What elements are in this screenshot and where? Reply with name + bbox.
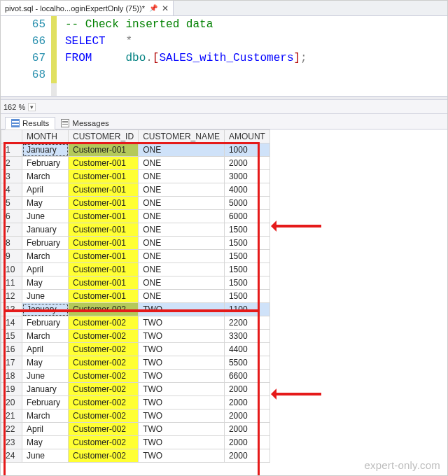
cell-customer-id: Customer-002 xyxy=(69,436,139,449)
table-row[interactable]: 18JuneCustomer-002TWO6600 xyxy=(1,370,270,383)
pin-icon[interactable]: 📌 xyxy=(149,4,158,12)
cell-customer-name: ONE xyxy=(139,170,225,183)
cell-month: February xyxy=(22,157,69,170)
close-icon[interactable]: ✕ xyxy=(162,4,169,13)
cell-month: February xyxy=(22,316,69,330)
cell-month: April xyxy=(22,263,69,276)
table-row[interactable]: 14FebruaryCustomer-002TWO2200 xyxy=(1,316,270,330)
table-row[interactable]: 23MayCustomer-002TWO2000 xyxy=(1,436,270,449)
cell-amount: 5000 xyxy=(224,197,270,210)
cell-month: January xyxy=(22,303,69,316)
cell-amount: 2200 xyxy=(224,316,270,330)
cell-customer-id: Customer-001 xyxy=(69,183,139,197)
cell-customer-id: Customer-001 xyxy=(69,157,139,170)
cell-month: March xyxy=(22,170,69,183)
table-row[interactable]: 6JuneCustomer-001ONE6000 xyxy=(1,210,270,223)
cell-rownum: 18 xyxy=(1,370,22,383)
cell-customer-id: Customer-002 xyxy=(69,343,139,356)
cell-rownum: 1 xyxy=(1,144,22,157)
cell-month: June xyxy=(22,449,69,463)
cell-rownum: 9 xyxy=(1,250,22,263)
table-row[interactable]: 4AprilCustomer-001ONE4000 xyxy=(1,183,270,197)
col-month[interactable]: MONTH xyxy=(22,130,69,144)
cell-amount: 5500 xyxy=(224,356,270,370)
col-customer-id[interactable]: CUSTOMER_ID xyxy=(69,130,139,144)
cell-customer-name: TWO xyxy=(139,370,225,383)
cell-rownum: 17 xyxy=(1,356,22,370)
cell-customer-name: TWO xyxy=(139,423,225,436)
cell-rownum: 2 xyxy=(1,157,22,170)
zoom-dropdown-icon[interactable]: ▾ xyxy=(28,103,36,111)
cell-customer-id: Customer-002 xyxy=(69,316,139,330)
table-row[interactable]: 15MarchCustomer-002TWO3300 xyxy=(1,330,270,343)
tab-messages-label: Messages xyxy=(72,119,108,127)
tab-messages[interactable]: Messages xyxy=(55,118,114,129)
table-row[interactable]: 22AprilCustomer-002TWO2000 xyxy=(1,423,270,436)
cell-month: May xyxy=(22,356,69,370)
col-customer-name[interactable]: CUSTOMER_NAME xyxy=(139,130,225,144)
cell-customer-name: TWO xyxy=(139,330,225,343)
table-row[interactable]: 3MarchCustomer-001ONE3000 xyxy=(1,170,270,183)
results-grid[interactable]: MONTH CUSTOMER_ID CUSTOMER_NAME AMOUNT 1… xyxy=(1,130,270,463)
line-number: 66 xyxy=(1,33,47,50)
table-row[interactable]: 5MayCustomer-001ONE5000 xyxy=(1,197,270,210)
results-grid-wrap: MONTH CUSTOMER_ID CUSTOMER_NAME AMOUNT 1… xyxy=(1,130,447,475)
table-row[interactable]: 9MarchCustomer-001ONE1500 xyxy=(1,250,270,263)
col-amount[interactable]: AMOUNT xyxy=(224,130,270,144)
cell-amount: 3300 xyxy=(224,330,270,343)
table-row[interactable]: 24JuneCustomer-002TWO2000 xyxy=(1,449,270,463)
cell-amount: 1500 xyxy=(224,237,270,250)
table-row[interactable]: 20FebruaryCustomer-002TWO2000 xyxy=(1,396,270,410)
file-tab[interactable]: pivot.sql - localho...oginExpertOnly (75… xyxy=(1,1,174,15)
cell-rownum: 3 xyxy=(1,170,22,183)
cell-amount: 1000 xyxy=(224,144,270,157)
cell-month: June xyxy=(22,290,69,303)
table-row[interactable]: 17MayCustomer-002TWO5500 xyxy=(1,356,270,370)
table-row[interactable]: 12JuneCustomer-001ONE1500 xyxy=(1,290,270,303)
cell-customer-id: Customer-001 xyxy=(69,144,139,157)
cell-customer-name: ONE xyxy=(139,223,225,237)
table-row[interactable]: 21MarchCustomer-002TWO2000 xyxy=(1,410,270,423)
cell-amount: 2000 xyxy=(224,423,270,436)
cell-amount: 2000 xyxy=(224,396,270,410)
sql-editor[interactable]: 65 66 67 68 -- Check inserted data SELEC… xyxy=(1,16,447,96)
table-row[interactable]: 19JanuaryCustomer-002TWO2000 xyxy=(1,383,270,396)
cell-customer-id: Customer-002 xyxy=(69,410,139,423)
table-row[interactable]: 1JanuaryCustomer-001ONE1000 xyxy=(1,144,270,157)
cell-customer-id: Customer-002 xyxy=(69,449,139,463)
cell-rownum: 16 xyxy=(1,343,22,356)
cell-rownum: 23 xyxy=(1,436,22,449)
cell-month: March xyxy=(22,250,69,263)
cell-customer-name: TWO xyxy=(139,316,225,330)
table-row[interactable]: 16AprilCustomer-002TWO4400 xyxy=(1,343,270,356)
cell-month: May xyxy=(22,436,69,449)
cell-customer-name: TWO xyxy=(139,356,225,370)
cell-rownum: 8 xyxy=(1,237,22,250)
cell-customer-name: ONE xyxy=(139,210,225,223)
table-row[interactable]: 7JanuaryCustomer-001ONE1500 xyxy=(1,223,270,237)
cell-rownum: 7 xyxy=(1,223,22,237)
line-number: 67 xyxy=(1,50,47,66)
table-row[interactable]: 11MayCustomer-001ONE1500 xyxy=(1,276,270,290)
annotation-arrow-2 xyxy=(272,393,321,396)
cell-rownum: 12 xyxy=(1,290,22,303)
cell-month: February xyxy=(22,237,69,250)
table-row[interactable]: 8FebruaryCustomer-001ONE1500 xyxy=(1,237,270,250)
zoom-value[interactable]: 162 % xyxy=(4,103,25,111)
cell-customer-id: Customer-001 xyxy=(69,276,139,290)
cell-customer-id: Customer-001 xyxy=(69,237,139,250)
table-row[interactable]: 2FebruaryCustomer-001ONE2000 xyxy=(1,157,270,170)
cell-customer-id: Customer-002 xyxy=(69,383,139,396)
cell-rownum: 11 xyxy=(1,276,22,290)
cell-amount: 1500 xyxy=(224,250,270,263)
table-row[interactable]: 13JanuaryCustomer-002TWO1100 xyxy=(1,303,270,316)
cell-rownum: 10 xyxy=(1,263,22,276)
code-area[interactable]: -- Check inserted data SELECT * FROM dbo… xyxy=(57,16,307,96)
table-row[interactable]: 10AprilCustomer-001ONE1500 xyxy=(1,263,270,276)
cell-month: January xyxy=(22,144,69,157)
tab-results[interactable]: Results xyxy=(5,117,55,130)
col-rownum[interactable] xyxy=(1,130,22,144)
cell-rownum: 14 xyxy=(1,316,22,330)
cell-month: June xyxy=(22,370,69,383)
line-gutter: 65 66 67 68 xyxy=(1,16,57,96)
